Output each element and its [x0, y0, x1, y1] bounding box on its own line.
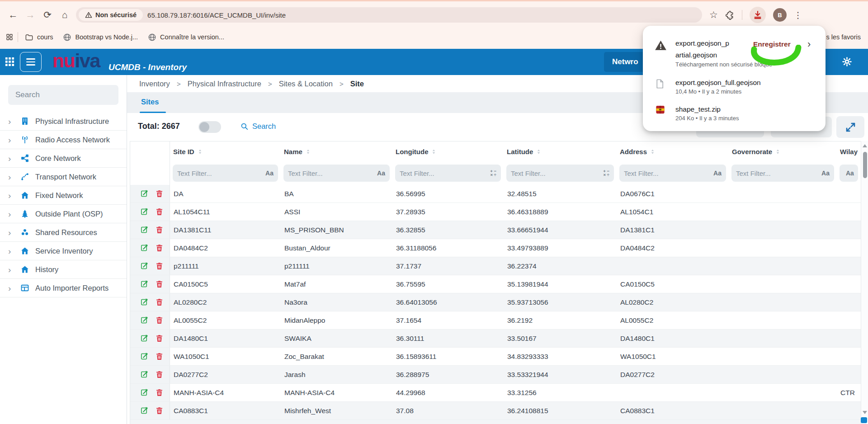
scroll-up-arrow[interactable] — [863, 144, 867, 147]
breadcrumb-item-inventory[interactable]: Inventory — [139, 80, 170, 88]
tab-sites[interactable]: Sites — [141, 98, 159, 106]
filter-input-longitude[interactable] — [400, 170, 488, 177]
app-grid-icon[interactable] — [5, 57, 15, 67]
edit-button[interactable] — [140, 352, 149, 361]
hamburger-menu-button[interactable] — [20, 52, 42, 72]
delete-button[interactable] — [155, 262, 164, 270]
delete-button[interactable] — [155, 334, 164, 343]
expand-button[interactable] — [836, 116, 864, 138]
profile-avatar[interactable]: B — [773, 8, 787, 22]
sidebar-item-service-inventory[interactable]: ›Service Inventory — [0, 242, 127, 260]
scroll-down-arrow[interactable] — [863, 411, 867, 414]
column-header-latitude[interactable]: Latitude — [504, 141, 617, 161]
reload-button[interactable]: ⟳ — [39, 9, 56, 20]
delete-button[interactable] — [155, 189, 164, 198]
sidebar-item-transport-network[interactable]: ›Transport Network — [0, 168, 127, 186]
edit-button[interactable] — [140, 370, 149, 379]
filter-input-address[interactable] — [624, 170, 712, 177]
filter-pill: Aa — [173, 165, 278, 182]
bookmark-cours[interactable]: cours — [22, 31, 56, 43]
all-bookmarks-label[interactable]: s les favoris — [826, 33, 861, 41]
filter-input-name[interactable] — [288, 170, 375, 177]
sidebar-item-radio-access-network[interactable]: ›Radio Access Network — [0, 131, 127, 149]
column-header-name[interactable]: Name — [281, 141, 392, 161]
back-button[interactable]: ← — [5, 9, 22, 20]
delete-button[interactable] — [155, 352, 164, 361]
delete-button[interactable] — [155, 370, 164, 379]
edit-button[interactable] — [140, 316, 149, 325]
edit-button[interactable] — [140, 334, 149, 343]
cell-latitude: 36.22374 — [504, 257, 617, 275]
edit-button[interactable] — [140, 244, 149, 252]
breadcrumb-item-physical-infrastructure[interactable]: Physical Infrastructure — [188, 80, 261, 88]
filter-input-governorate[interactable] — [736, 170, 820, 177]
sort-icon[interactable] — [431, 149, 437, 155]
save-anyway-link[interactable]: Enregistrer — [753, 40, 791, 48]
edit-button[interactable] — [140, 189, 149, 198]
delete-button[interactable] — [155, 406, 164, 415]
route-icon — [18, 172, 32, 181]
column-header-longitude[interactable]: Longitude — [392, 141, 504, 161]
bookmark-star-icon[interactable]: ☆ — [709, 9, 718, 20]
security-badge[interactable]: Non sécurisé — [79, 9, 143, 21]
column-header-address[interactable]: Address — [617, 141, 729, 161]
sidebar-item-core-network[interactable]: ›Core Network — [0, 149, 127, 168]
sidebar-search-input[interactable] — [8, 85, 118, 105]
sort-icon[interactable] — [536, 149, 542, 155]
delete-button[interactable] — [155, 388, 164, 397]
browser-menu-icon[interactable]: ⋮ — [794, 10, 802, 20]
sidebar-item-auto-importer-reports[interactable]: ›Auto Importer Reports — [0, 279, 127, 297]
edit-button[interactable] — [140, 207, 149, 216]
delete-button[interactable] — [155, 207, 164, 216]
sidebar-item-shared-resources[interactable]: ›Shared Resources — [0, 223, 127, 242]
sidebar-item-history[interactable]: ›History — [0, 260, 127, 279]
column-header-governorate[interactable]: Governorate — [729, 141, 837, 161]
cell-latitude: 36.24108815 — [504, 402, 617, 419]
edit-button[interactable] — [140, 280, 149, 288]
chevron-right-icon[interactable]: › — [807, 38, 811, 50]
column-header-label: Name — [284, 148, 302, 155]
delete-button[interactable] — [155, 316, 164, 325]
settings-gear-icon[interactable] — [842, 57, 852, 67]
sort-icon[interactable] — [650, 149, 656, 155]
filter-input-latitude[interactable] — [511, 170, 601, 177]
cell-site-id: WA1050C1 — [170, 348, 281, 365]
actions-filter-cell — [130, 161, 170, 185]
edit-button[interactable] — [140, 226, 149, 234]
cell-name: SWAIKA — [281, 330, 392, 347]
sidebar-item-outside-plant-osp[interactable]: ›Outside Plant (OSP) — [0, 205, 127, 223]
edit-button[interactable] — [140, 262, 149, 270]
delete-button[interactable] — [155, 244, 164, 252]
delete-button[interactable] — [155, 226, 164, 234]
column-header-site-id[interactable]: Site ID — [170, 141, 281, 161]
apps-grid-icon[interactable] — [5, 33, 14, 41]
filter-input-site-id[interactable] — [177, 170, 264, 177]
home-button[interactable]: ⌂ — [56, 9, 73, 20]
tree-icon — [18, 209, 32, 218]
scrollbar-thumb[interactable] — [863, 152, 867, 178]
breadcrumb-item-sites-location[interactable]: Sites & Location — [279, 80, 333, 88]
url-bar[interactable]: Non sécurisé 65.108.79.187:6016/ACE_UCMD… — [76, 7, 702, 23]
vertical-scrollbar[interactable] — [861, 141, 868, 424]
bookmark-bootstrap-vs-node-j[interactable]: Bootstrap vs Node.j... — [60, 31, 141, 43]
extensions-puzzle-icon[interactable] — [725, 10, 735, 20]
sort-icon[interactable] — [197, 149, 203, 155]
cell-longitude: 36.75595 — [392, 275, 504, 293]
bookmark-conna-tre-la-version[interactable]: Connaître la version... — [145, 31, 227, 43]
forward-button[interactable]: → — [22, 9, 39, 20]
toggle-switch[interactable] — [198, 121, 221, 133]
downloads-button[interactable] — [750, 7, 766, 23]
column-header-wilay[interactable]: Wilay — [837, 141, 861, 161]
edit-button[interactable] — [140, 406, 149, 415]
search-button[interactable]: Search — [240, 122, 276, 131]
breadcrumb-item-site[interactable]: Site — [350, 80, 364, 88]
expand-arrows-icon — [844, 121, 857, 133]
sidebar-item-fixed-network[interactable]: ›Fixed Network — [0, 186, 127, 205]
edit-button[interactable] — [140, 298, 149, 306]
delete-button[interactable] — [155, 298, 164, 306]
sidebar-item-physical-infrastructure[interactable]: ›Physical Infrastructure — [0, 112, 127, 131]
delete-button[interactable] — [155, 280, 164, 288]
sort-icon[interactable] — [305, 149, 311, 155]
edit-button[interactable] — [140, 388, 149, 397]
sort-icon[interactable] — [775, 149, 781, 155]
